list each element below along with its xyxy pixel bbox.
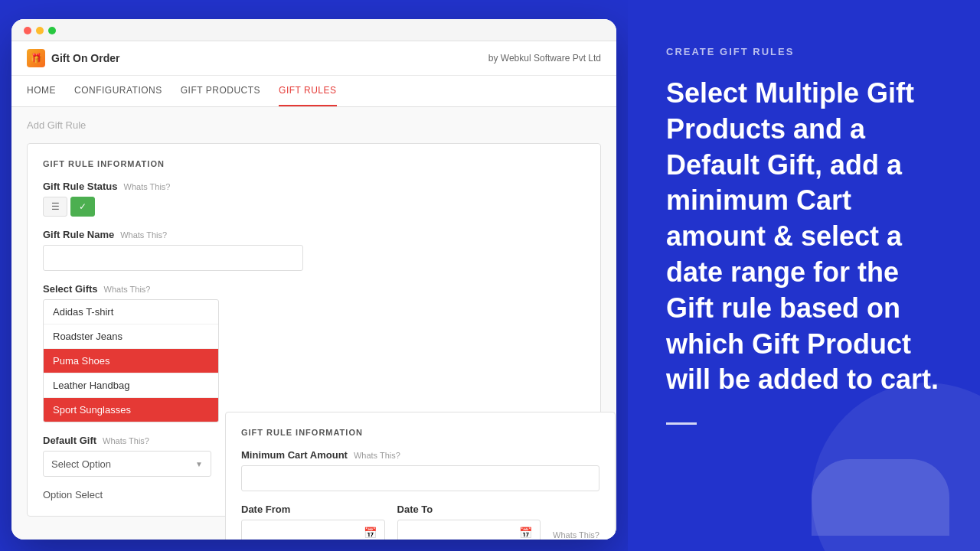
select-gifts-label: Select Gifts Whats This? <box>43 283 585 295</box>
date-to-label: Date To <box>397 504 541 515</box>
list-item[interactable]: Adidas T-shirt <box>44 300 218 324</box>
gift-rule-name-input[interactable] <box>43 245 303 271</box>
toggle-check-icon[interactable]: ✓ <box>70 197 95 217</box>
date-to-col: Date To 📅 <box>397 504 541 540</box>
gift-select-list: Adidas T-shirt Roadster Jeans Puma Shoes… <box>43 299 219 422</box>
right-panel: CREATE GIFT RULES Select Multiple Gift P… <box>628 0 980 551</box>
main-layout: 🎁 Gift On Order by Webkul Software Pvt L… <box>0 0 980 551</box>
overlay-section-title: GIFT RULE INFORMATION <box>241 428 599 437</box>
app-logo: 🎁 Gift On Order <box>27 49 119 67</box>
right-panel-title: CREATE GIFT RULES <box>666 46 942 57</box>
toggle-list-icon[interactable]: ☰ <box>43 197 67 217</box>
name-whats-this[interactable]: Whats This? <box>120 230 167 240</box>
right-panel-divider <box>666 422 697 425</box>
nav-home[interactable]: HOME <box>27 76 56 106</box>
calendar-icon: 📅 <box>519 527 532 539</box>
name-label: Gift Rule Name Whats This? <box>43 229 585 240</box>
default-gift-select[interactable]: Select Option ▼ <box>43 451 211 477</box>
date-to-input[interactable]: 📅 <box>397 520 541 540</box>
toggle-area: ☰ ✓ <box>43 197 585 217</box>
minimize-dot[interactable] <box>36 27 44 34</box>
gift-rule-status-group: Gift Rule Status Whats This? ☰ ✓ <box>43 181 585 217</box>
browser-window: 🎁 Gift On Order by Webkul Software Pvt L… <box>11 19 616 540</box>
min-cart-whats-this[interactable]: Whats This? <box>354 451 400 460</box>
list-item[interactable]: Roadster Jeans <box>44 324 218 349</box>
status-label: Gift Rule Status Whats This? <box>43 181 585 192</box>
date-whats-this-col: Whats This? <box>553 530 599 540</box>
gifts-whats-this[interactable]: Whats This? <box>104 285 151 294</box>
date-from-col: Date From 📅 <box>241 504 385 540</box>
app-content: Add Gift Rule GIFT RULE INFORMATION Gift… <box>11 107 616 540</box>
default-gift-whats-this[interactable]: Whats This? <box>103 436 149 445</box>
browser-chrome <box>11 19 616 41</box>
logo-icon: 🎁 <box>27 49 45 67</box>
by-text: by Webkul Software Pvt Ltd <box>488 53 601 64</box>
calendar-icon: 📅 <box>364 527 377 539</box>
main-card: GIFT RULE INFORMATION Gift Rule Status W… <box>27 143 601 517</box>
list-item-selected[interactable]: Puma Shoes <box>44 349 218 373</box>
list-item[interactable]: Leather Handbag <box>44 373 218 398</box>
section-title: GIFT RULE INFORMATION <box>43 159 585 168</box>
date-whats-this[interactable]: Whats This? <box>553 530 599 540</box>
app-nav: HOME CONFIGURATIONS GIFT PRODUCTS GIFT R… <box>11 76 616 107</box>
min-cart-label: Minimum Cart Amount Whats This? <box>241 449 599 461</box>
nav-configurations[interactable]: CONFIGURATIONS <box>74 76 162 106</box>
maximize-dot[interactable] <box>48 27 56 34</box>
nav-gift-rules[interactable]: GIFT RULES <box>279 76 336 106</box>
date-row: Date From 📅 Date To 📅 <box>241 504 599 540</box>
nav-gift-products[interactable]: GIFT PRODUCTS <box>181 76 260 106</box>
left-panel: 🎁 Gift On Order by Webkul Software Pvt L… <box>0 0 628 551</box>
close-dot[interactable] <box>24 27 31 34</box>
min-cart-group: Minimum Cart Amount Whats This? <box>241 449 599 491</box>
chevron-down-icon: ▼ <box>195 460 203 468</box>
select-option-label: Select Option <box>51 458 111 470</box>
date-from-input[interactable]: 📅 <box>241 520 385 540</box>
app-header: 🎁 Gift On Order by Webkul Software Pvt L… <box>11 41 616 76</box>
date-from-label: Date From <box>241 504 385 515</box>
app-name: Gift On Order <box>51 52 119 64</box>
overlay-card: GIFT RULE INFORMATION Minimum Cart Amoun… <box>225 412 616 540</box>
list-item-selected[interactable]: Sport Sunglasses <box>44 398 218 422</box>
browser-dots <box>24 27 604 34</box>
right-panel-description: Select Multiple Gift Products and a Defa… <box>666 76 942 398</box>
deco-circle-2 <box>812 459 949 536</box>
min-cart-input[interactable] <box>241 465 599 491</box>
page-title: Add Gift Rule <box>27 119 601 131</box>
gift-rule-name-group: Gift Rule Name Whats This? <box>43 229 585 271</box>
select-gifts-group: Select Gifts Whats This? Adidas T-shirt … <box>43 283 585 422</box>
status-whats-this[interactable]: Whats This? <box>124 182 171 191</box>
